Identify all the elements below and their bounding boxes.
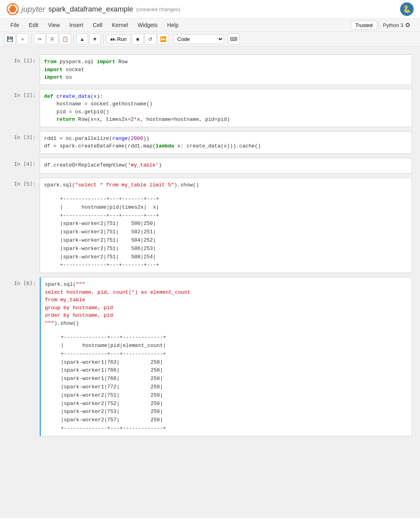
move-up-button[interactable]: ▲ (76, 33, 88, 45)
menu-file[interactable]: File (6, 20, 23, 30)
menu-insert[interactable]: Insert (66, 20, 87, 30)
save-button[interactable]: 💾 (4, 33, 16, 45)
cell-input-4[interactable]: df.createOrReplaceTempView('my_table') (40, 158, 412, 172)
trusted-button[interactable]: Trusted (351, 21, 377, 30)
cell-input-2[interactable]: def create_data(x): hostname = socket.ge… (40, 89, 412, 127)
toolbar-sep-3 (103, 34, 104, 44)
jupyter-text: jupyter (21, 5, 45, 14)
paste-button[interactable]: 📋 (59, 33, 71, 45)
cell-output-5: +--------------+---+-------+---+ | hostn… (40, 192, 412, 273)
keyboard-button[interactable]: ⌨ (228, 33, 240, 45)
cell-content-1[interactable]: from pyspark.sql import Row import socke… (40, 54, 412, 85)
run-label: Run (117, 36, 127, 42)
notebook: In [1]: from pyspark.sql import Row impo… (0, 46, 420, 518)
kernel-status-circle (406, 23, 410, 27)
notebook-title: spark_dataframe_example (48, 5, 133, 14)
jupyter-icon-svg (6, 3, 19, 15)
toolbar-sep-2 (73, 34, 74, 44)
cell-6: In [6]: spark.sql(""" select hostname, p… (8, 277, 412, 436)
cell-counter-4: In [4]: (8, 158, 40, 174)
svg-point-6 (8, 11, 10, 13)
python-logo: 🐍 (400, 2, 414, 16)
svg-point-4 (12, 4, 13, 6)
cell-content-5[interactable]: spark.sql("select * from my_table limit … (40, 178, 412, 273)
svg-point-5 (16, 11, 17, 13)
add-cell-button[interactable]: + (17, 33, 29, 45)
unsaved-badge: (unsaved changes) (136, 6, 180, 12)
cell-content-6[interactable]: spark.sql(""" select hostname, pid, coun… (40, 277, 412, 436)
cell-output-6: +--------------+---+-------------+ | hos… (41, 330, 412, 436)
cell-1: In [1]: from pyspark.sql import Row impo… (8, 54, 412, 85)
stop-button[interactable]: ■ (132, 33, 144, 45)
cell-counter-5: In [5]: (8, 178, 40, 273)
cell-content-4[interactable]: df.createOrReplaceTempView('my_table') (40, 158, 412, 174)
run-icon: ⏭ (110, 36, 116, 42)
cell-3: In [3]: rdd1 = sc.parallelize(range(2000… (8, 131, 412, 154)
cell-content-2[interactable]: def create_data(x): hostname = socket.ge… (40, 89, 412, 127)
cell-2: In [2]: def create_data(x): hostname = s… (8, 89, 412, 127)
restart-button[interactable]: ↺ (144, 33, 156, 45)
menu-bar: File Edit View Insert Cell Kernel Widget… (0, 19, 420, 32)
run-button[interactable]: ⏭ Run (106, 35, 131, 44)
cell-counter-1: In [1]: (8, 54, 40, 85)
jupyter-logo: jupyter (6, 3, 45, 15)
top-bar: jupyter spark_dataframe_example (unsaved… (0, 0, 420, 19)
cell-counter-3: In [3]: (8, 131, 40, 154)
cell-input-6[interactable]: spark.sql(""" select hostname, pid, coun… (41, 277, 412, 330)
copy-button[interactable]: ⎘ (46, 33, 58, 45)
cut-button[interactable]: ✂ (34, 33, 46, 45)
cell-counter-2: In [2]: (8, 89, 40, 127)
cell-content-3[interactable]: rdd1 = sc.parallelize(range(2000)) df = … (40, 131, 412, 154)
cell-type-select[interactable]: Code Markdown Raw NBConvert (173, 34, 224, 44)
toolbar: 💾 + ✂ ⎘ 📋 ▲ ▼ ⏭ Run ■ ↺ ⏩ Code Markdown … (0, 32, 420, 46)
menu-cell[interactable]: Cell (89, 20, 106, 30)
cell-input-1[interactable]: from pyspark.sql import Row import socke… (40, 55, 412, 85)
cell-counter-6: In [6]: (8, 277, 40, 436)
cell-input-3[interactable]: rdd1 = sc.parallelize(range(2000)) df = … (40, 132, 412, 153)
kernel-info: Python 3 (379, 21, 414, 29)
menu-help[interactable]: Help (163, 20, 183, 30)
menu-kernel[interactable]: Kernel (108, 20, 132, 30)
menu-widgets[interactable]: Widgets (133, 20, 162, 30)
cell-4: In [4]: df.createOrReplaceTempView('my_t… (8, 158, 412, 174)
menu-edit[interactable]: Edit (25, 20, 42, 30)
kernel-name: Python 3 (383, 22, 403, 28)
toolbar-sep-1 (31, 34, 31, 44)
move-down-button[interactable]: ▼ (89, 33, 101, 45)
menu-view[interactable]: View (44, 20, 64, 30)
restart-run-button[interactable]: ⏩ (157, 33, 169, 45)
cell-5: In [5]: spark.sql("select * from my_tabl… (8, 178, 412, 273)
cell-input-5[interactable]: spark.sql("select * from my_table limit … (40, 178, 412, 192)
